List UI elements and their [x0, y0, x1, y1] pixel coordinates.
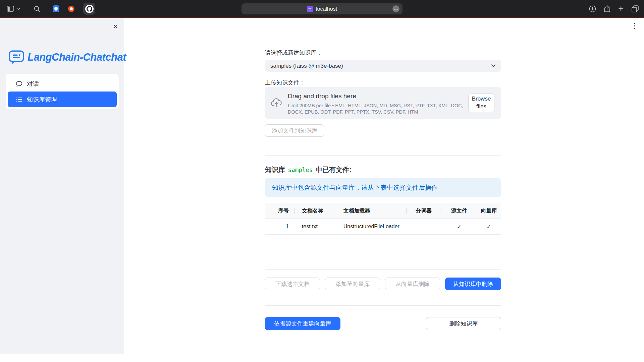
delete-kb-button[interactable]: 删除知识库 [426, 317, 501, 330]
tab-overview-icon[interactable] [632, 5, 639, 12]
kb-name-code: samples [288, 167, 313, 173]
extension-shield-icon[interactable] [53, 5, 59, 12]
delete-from-vector-store-button[interactable]: 从向量库删除 [385, 278, 440, 290]
header-doc-loader[interactable]: 文档加载器 [338, 203, 407, 219]
chevron-down-icon [491, 64, 496, 67]
cell-doc-loader: UnstructuredFileLoader [338, 219, 407, 234]
share-icon[interactable] [604, 5, 610, 12]
cell-splitter [406, 219, 441, 234]
divider [265, 155, 501, 156]
address-bar[interactable]: localhost ⋯ [241, 3, 402, 14]
kb-select-value: samples (faiss @ m3e-base) [270, 63, 343, 69]
content-column: 请选择或新建知识库： samples (faiss @ m3e-base) 上传… [265, 18, 501, 360]
sidebar-item-label: 知识库管理 [27, 96, 57, 104]
search-icon[interactable] [34, 6, 40, 12]
dropzone-title: Drag and drop files here [288, 93, 464, 100]
extension-ring-icon[interactable] [68, 6, 74, 12]
sidebar-chevron-down-icon[interactable] [16, 8, 20, 10]
kb-files-heading: 知识库 samples 中已有文件: [265, 165, 501, 174]
cell-index: 1 [265, 219, 294, 234]
kb-heading-suffix: 中已有文件: [314, 166, 351, 173]
sidebar-item-knowledge-base[interactable]: 知识库管理 [8, 92, 117, 107]
dropzone-hint: Limit 200MB per file • EML, HTML, JSON, … [288, 103, 464, 115]
header-splitter[interactable]: 分词器 [406, 203, 441, 219]
table-actions: 下载选中文档 添加至向量库 从向量库删除 从知识库中删除 [265, 278, 501, 290]
sidebar-item-label: 对话 [27, 80, 39, 88]
site-favicon [307, 6, 313, 12]
rebuild-vector-store-button[interactable]: 依据源文件重建向量库 [265, 317, 340, 330]
header-doc-name[interactable]: 文档名称 [294, 203, 338, 219]
sidebar-close-icon[interactable]: ✕ [113, 23, 118, 30]
browser-toolbar: localhost ⋯ + [0, 0, 644, 17]
new-tab-icon[interactable]: + [618, 4, 624, 13]
header-index[interactable]: 序号 [265, 203, 294, 219]
extension-github-icon[interactable] [83, 3, 95, 15]
cloud-upload-icon [271, 98, 282, 109]
file-dropzone[interactable]: Drag and drop files here Limit 200MB per… [265, 87, 501, 119]
files-table: 序号 文档名称 文档加载器 分词器 源文件 向量库 1 test.txt Uns… [265, 203, 501, 269]
delete-from-kb-button[interactable]: 从知识库中删除 [445, 278, 501, 290]
table-header-row: 序号 文档名称 文档加载器 分词器 源文件 向量库 [265, 203, 501, 219]
add-files-to-kb-button[interactable]: 添加文件到知识库 [265, 124, 324, 137]
upload-label: 上传知识文件： [265, 79, 501, 86]
cell-doc-name: test.txt [294, 219, 338, 234]
add-to-vector-store-button[interactable]: 添加至向量库 [325, 278, 380, 290]
app-page: ✕ LangChain-Chatchat 对话 [0, 18, 644, 362]
header-source-file[interactable]: 源文件 [441, 203, 477, 219]
kb-select-label: 请选择或新建知识库： [265, 49, 501, 57]
main-area: ⋮ 请选择或新建知识库： samples (faiss @ m3e-base) … [124, 18, 644, 362]
streamlit-menu-icon[interactable]: ⋮ [631, 21, 638, 30]
logo-text: LangChain-Chatchat [28, 51, 126, 63]
info-alert-text: 知识库中包含源文件与向量库，请从下表中选择文件后操作 [272, 183, 438, 192]
browse-files-button[interactable]: Browse files [468, 94, 494, 112]
divider [265, 305, 501, 306]
url-text: localhost [316, 6, 337, 12]
app-logo: LangChain-Chatchat [9, 50, 126, 64]
sidebar: ✕ LangChain-Chatchat 对话 [0, 18, 124, 354]
sidebar-item-dialogue[interactable]: 对话 [8, 76, 117, 92]
kb-select[interactable]: samples (faiss @ m3e-base) [265, 60, 501, 72]
chat-bubble-icon [16, 80, 22, 87]
download-selected-button[interactable]: 下载选中文档 [265, 278, 320, 290]
bottom-strip [0, 354, 644, 362]
page-menu-icon[interactable]: ⋯ [392, 5, 399, 12]
kb-heading-prefix: 知识库 [265, 166, 287, 173]
info-alert: 知识库中包含源文件与向量库，请从下表中选择文件后操作 [265, 178, 501, 197]
header-vector-store[interactable]: 向量库 [477, 203, 501, 219]
list-icon [16, 96, 22, 103]
cell-vector-store-check: ✓ [477, 219, 501, 234]
downloads-icon[interactable] [589, 5, 596, 12]
logo-chat-icon [9, 50, 24, 64]
table-row[interactable]: 1 test.txt UnstructuredFileLoader ✓ ✓ [265, 219, 501, 235]
cell-source-file-check: ✓ [441, 219, 477, 234]
sidebar-nav: 对话 知识库管理 [6, 74, 119, 109]
sidebar-toggle-icon[interactable] [7, 6, 14, 12]
